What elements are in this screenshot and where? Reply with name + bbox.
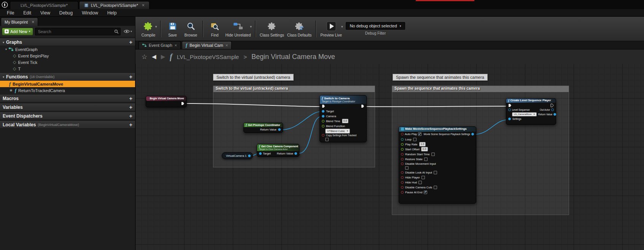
return-value-pin[interactable]	[278, 128, 281, 131]
event-dispatchers-section-header[interactable]: Event Dispatchers +	[0, 112, 135, 120]
hide-player-checkbox[interactable]	[421, 176, 425, 179]
close-icon[interactable]: ×	[142, 3, 145, 8]
variable-out-pin[interactable]	[248, 154, 251, 157]
expander-icon[interactable]: ▾	[3, 75, 4, 79]
add-macro-button[interactable]: +	[129, 96, 132, 101]
start-offset-input[interactable]: 0.0	[421, 147, 428, 151]
tree-item-t[interactable]: ◇ T	[0, 65, 135, 72]
tree-item-beginvirtualcameramove[interactable]: f BeginVirtualCameraMove	[0, 81, 135, 87]
blend-time-input[interactable]: 0.0	[342, 119, 349, 123]
view-options-button[interactable]: ▾	[122, 29, 133, 34]
node-make-playback-settings[interactable]: Make MovieSceneSequencePlaybackSettings …	[399, 126, 476, 204]
tree-item-event-tick[interactable]: ◇ Event Tick	[0, 59, 135, 65]
start-offset-pin[interactable]	[401, 148, 404, 151]
out-actor-pin[interactable]	[551, 108, 554, 111]
add-event-dispatcher-button[interactable]: +	[129, 113, 132, 119]
restore-state-pin[interactable]	[401, 158, 404, 161]
loop-checkbox[interactable]	[413, 138, 417, 141]
add-graph-button[interactable]: +	[129, 40, 132, 45]
graph-canvas[interactable]: ☆ ◀ ▶ f LVL_PixotopeVSSample > Begin Vir…	[135, 49, 644, 250]
menu-help[interactable]: Help	[103, 10, 121, 16]
preview-live-button[interactable]: Preview Live	[319, 21, 343, 37]
menu-view[interactable]: View	[36, 10, 55, 16]
disable-camera-cuts-checkbox[interactable]	[434, 186, 437, 189]
return-value-pin[interactable]	[553, 113, 556, 116]
hide-player-pin[interactable]	[401, 176, 404, 179]
tab-begin-virtual-camera-move[interactable]: f Begin Virtual Cam ×	[182, 41, 232, 49]
level-sequence-pin[interactable]	[508, 108, 511, 111]
random-start-time-pin[interactable]	[401, 153, 404, 156]
comment-bubble-spawn-sequence[interactable]: Spawn the sequence that animates this ca…	[393, 74, 488, 81]
breadcrumb-parent[interactable]: LVL_PixotopeVSSample	[177, 54, 239, 60]
graphs-section-header[interactable]: ▾ Graphs +	[0, 38, 135, 46]
menu-file[interactable]: File	[2, 10, 19, 16]
back-arrow-icon[interactable]: ◀	[152, 53, 156, 60]
hide-hud-checkbox[interactable]	[418, 181, 422, 184]
window-tab-blueprint[interactable]: LVL_PixotopeVSSample* ×	[79, 1, 149, 9]
window-tab-level[interactable]: LVL_PixotopeVSSample*	[10, 1, 78, 9]
node-get-cine-camera-component[interactable]: f Get Cine Camera Component Target is Ci…	[257, 144, 299, 157]
search-input[interactable]	[35, 28, 121, 35]
save-button[interactable]: Save	[164, 21, 182, 37]
exec-out-pin[interactable]	[550, 104, 554, 107]
add-local-variable-button[interactable]: +	[129, 122, 132, 127]
return-value-pin[interactable]	[294, 152, 297, 155]
browse-button[interactable]: Browse	[182, 21, 200, 37]
menu-edit[interactable]: Edit	[19, 10, 36, 16]
exec-in-pin[interactable]	[508, 104, 512, 107]
play-rate-pin[interactable]	[401, 143, 404, 146]
node-switch-to-camera[interactable]: f Switch to Camera Target is Pixotope Co…	[320, 95, 367, 142]
tab-event-graph[interactable]: Event Graph ×	[138, 41, 181, 49]
find-button[interactable]: Find	[206, 21, 224, 37]
loop-pin[interactable]	[401, 138, 404, 141]
auto-play-pin[interactable]	[401, 133, 404, 135]
add-variable-button[interactable]: +	[129, 105, 132, 110]
close-icon[interactable]: ×	[226, 43, 228, 48]
chevron-down-icon[interactable]: ▾	[250, 25, 252, 29]
node-begin-virtual-camera-move[interactable]: Begin Virtual Camera Move	[146, 96, 187, 107]
menu-debug[interactable]: Debug	[55, 10, 77, 16]
hide-unrelated-button[interactable]: Hide Unrelated	[224, 21, 253, 37]
disable-look-at-input-pin[interactable]	[401, 171, 404, 174]
favorite-star-icon[interactable]: ☆	[142, 53, 147, 61]
camera-pin[interactable]	[322, 115, 324, 118]
blend-function-dropdown[interactable]: VTBlend Cubic ▾	[325, 129, 350, 134]
panel-tab-my-blueprint[interactable]: My Blueprint ×	[1, 18, 38, 26]
disable-movement-input-pin[interactable]	[401, 162, 404, 165]
comment-bubble-switch-camera[interactable]: Switch to the virtual (untracked) camera	[213, 74, 294, 81]
node-create-level-sequence-player[interactable]: f Create Level Sequence Player Level Seq…	[506, 98, 556, 125]
disable-camera-cuts-pin[interactable]	[401, 186, 404, 189]
chevron-down-icon[interactable]: ▾	[155, 25, 157, 29]
functions-section-header[interactable]: ▾ Functions (18 Overridable) +	[0, 73, 135, 81]
add-function-button[interactable]: +	[129, 74, 132, 80]
hide-hud-pin[interactable]	[401, 181, 404, 184]
copy-settings-pin[interactable]	[322, 134, 324, 137]
pause-at-end-checkbox[interactable]: ✔	[424, 191, 427, 194]
class-settings-button[interactable]: Class Settings	[258, 21, 286, 37]
target-pin[interactable]	[259, 152, 262, 155]
blend-function-pin[interactable]	[322, 125, 324, 127]
tree-item-eventgraph[interactable]: ▾ EventGraph	[0, 46, 135, 53]
settings-pin[interactable]	[508, 118, 511, 120]
close-icon[interactable]: ×	[175, 43, 177, 48]
play-rate-input[interactable]: 1.0	[419, 142, 426, 146]
exec-out-pin[interactable]	[181, 102, 184, 105]
exec-in-pin[interactable]	[322, 104, 325, 108]
chevron-down-icon[interactable]: ▾	[341, 25, 343, 29]
node-virtual-camera-variable[interactable]: VirtualCamera 1	[222, 152, 253, 159]
class-defaults-button[interactable]: Class Defaults	[286, 21, 313, 37]
blend-time-pin[interactable]	[322, 120, 324, 123]
menu-window[interactable]: Window	[77, 10, 103, 16]
tree-item-event-beginplay[interactable]: ◇ Event BeginPlay	[0, 53, 135, 59]
exec-out-pin[interactable]	[361, 104, 364, 108]
pause-at-end-pin[interactable]	[401, 191, 404, 194]
level-sequence-asset-dropdown[interactable]: LS_CameraMove ▾	[512, 112, 537, 116]
settings-out-pin[interactable]	[471, 133, 474, 135]
random-start-time-checkbox[interactable]	[431, 153, 435, 156]
close-icon[interactable]: ×	[32, 19, 34, 25]
forward-arrow-icon[interactable]: ▶	[161, 53, 165, 60]
auto-play-checkbox[interactable]: ✔	[418, 132, 421, 136]
expander-icon[interactable]: ▾	[3, 41, 4, 44]
expander-icon[interactable]: ▾	[5, 48, 7, 51]
disable-movement-input-checkbox[interactable]	[405, 166, 409, 170]
